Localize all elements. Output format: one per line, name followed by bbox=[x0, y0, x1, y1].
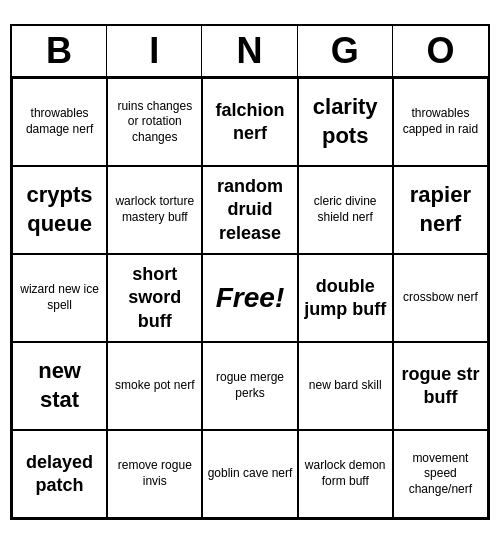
bingo-cell-2[interactable]: falchion nerf bbox=[202, 78, 297, 166]
bingo-cell-19[interactable]: rogue str buff bbox=[393, 342, 488, 430]
bingo-cell-10[interactable]: wizard new ice spell bbox=[12, 254, 107, 342]
bingo-letter-g: G bbox=[298, 26, 393, 76]
bingo-cell-20[interactable]: delayed patch bbox=[12, 430, 107, 518]
bingo-cell-13[interactable]: double jump buff bbox=[298, 254, 393, 342]
bingo-cell-18[interactable]: new bard skill bbox=[298, 342, 393, 430]
bingo-cell-5[interactable]: crypts queue bbox=[12, 166, 107, 254]
bingo-header: BINGO bbox=[12, 26, 488, 78]
bingo-letter-o: O bbox=[393, 26, 488, 76]
bingo-cell-23[interactable]: warlock demon form buff bbox=[298, 430, 393, 518]
bingo-cell-0[interactable]: throwables damage nerf bbox=[12, 78, 107, 166]
bingo-letter-n: N bbox=[202, 26, 297, 76]
bingo-cell-22[interactable]: goblin cave nerf bbox=[202, 430, 297, 518]
bingo-letter-i: I bbox=[107, 26, 202, 76]
bingo-cell-14[interactable]: crossbow nerf bbox=[393, 254, 488, 342]
bingo-cell-17[interactable]: rogue merge perks bbox=[202, 342, 297, 430]
bingo-cell-7[interactable]: random druid release bbox=[202, 166, 297, 254]
bingo-cell-1[interactable]: ruins changes or rotation changes bbox=[107, 78, 202, 166]
bingo-cell-12[interactable]: Free! bbox=[202, 254, 297, 342]
bingo-cell-4[interactable]: throwables capped in raid bbox=[393, 78, 488, 166]
bingo-cell-6[interactable]: warlock torture mastery buff bbox=[107, 166, 202, 254]
bingo-cell-3[interactable]: clarity pots bbox=[298, 78, 393, 166]
bingo-cell-9[interactable]: rapier nerf bbox=[393, 166, 488, 254]
bingo-cell-15[interactable]: new stat bbox=[12, 342, 107, 430]
bingo-cell-24[interactable]: movement speed change/nerf bbox=[393, 430, 488, 518]
bingo-card: BINGO throwables damage nerfruins change… bbox=[10, 24, 490, 520]
bingo-letter-b: B bbox=[12, 26, 107, 76]
bingo-cell-8[interactable]: cleric divine shield nerf bbox=[298, 166, 393, 254]
bingo-grid: throwables damage nerfruins changes or r… bbox=[12, 78, 488, 518]
bingo-cell-16[interactable]: smoke pot nerf bbox=[107, 342, 202, 430]
bingo-cell-11[interactable]: short sword buff bbox=[107, 254, 202, 342]
bingo-cell-21[interactable]: remove rogue invis bbox=[107, 430, 202, 518]
